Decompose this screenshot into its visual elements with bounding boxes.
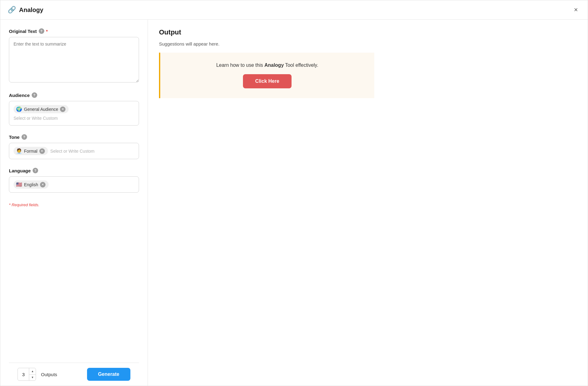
outputs-label: Outputs: [41, 372, 57, 377]
tone-label-text: Tone: [9, 135, 20, 140]
banner-text-2: Tool effectively.: [284, 62, 318, 68]
language-tag-text: English: [24, 182, 38, 187]
tone-help-icon[interactable]: ?: [22, 134, 27, 140]
outputs-value: 3: [18, 368, 29, 380]
tone-tag-remove[interactable]: ×: [39, 148, 45, 154]
language-tag-english: 🇺🇸 English ×: [14, 180, 49, 189]
original-text-input[interactable]: [9, 37, 139, 82]
tone-tag-formal: 🧑‍💼 Formal ×: [14, 147, 48, 155]
audience-placeholder[interactable]: Select or Write Custom: [14, 116, 134, 121]
audience-tag-input[interactable]: 🌍 General Audience × Select or Write Cus…: [9, 101, 139, 126]
language-label: Language ?: [9, 168, 139, 173]
close-button[interactable]: ×: [571, 5, 580, 15]
info-banner: Learn how to use this Analogy Tool effec…: [159, 53, 374, 98]
analogy-icon: 🔗: [8, 6, 16, 14]
banner-text-1: Learn how to use this: [216, 62, 264, 68]
stepper-arrows: ▲ ▼: [29, 368, 36, 380]
original-text-label-text: Original Text: [9, 29, 37, 34]
original-text-help-icon[interactable]: ?: [39, 28, 44, 34]
app-window: 🔗 Analogy × Original Text ? * Audience ?: [0, 0, 588, 386]
tone-section: Tone ? 🧑‍💼 Formal × Select or Write Cust…: [9, 134, 139, 159]
main-content: Original Text ? * Audience ? 🌍 General A: [0, 20, 588, 386]
language-help-icon[interactable]: ?: [33, 168, 38, 173]
audience-label-text: Audience: [9, 93, 30, 98]
tone-tag-text: Formal: [24, 149, 38, 154]
click-here-button[interactable]: Click Here: [243, 74, 292, 88]
original-text-required-star: *: [46, 29, 48, 34]
stepper-down-button[interactable]: ▼: [29, 375, 36, 381]
left-panel: Original Text ? * Audience ? 🌍 General A: [0, 20, 148, 386]
right-panel: Output Suggestions will appear here. Lea…: [148, 20, 588, 386]
stepper-up-button[interactable]: ▲: [29, 368, 36, 375]
audience-tag-remove[interactable]: ×: [60, 107, 66, 112]
audience-tag-emoji: 🌍: [16, 106, 22, 112]
required-note: * Required fields.: [9, 203, 139, 207]
info-banner-text: Learn how to use this Analogy Tool effec…: [216, 62, 318, 68]
language-tag-remove[interactable]: ×: [40, 182, 46, 187]
tone-tag-emoji: 🧑‍💼: [16, 148, 22, 154]
footer-bar: 3 ▲ ▼ Outputs Generate: [9, 363, 139, 386]
generate-button[interactable]: Generate: [87, 368, 130, 381]
audience-tag-text: General Audience: [24, 107, 58, 112]
output-title: Output: [159, 28, 577, 36]
language-section: Language ? 🇺🇸 English ×: [9, 168, 139, 193]
tone-label: Tone ?: [9, 134, 139, 140]
original-text-label: Original Text ? *: [9, 28, 139, 34]
tone-placeholder[interactable]: Select or Write Custom: [50, 149, 95, 154]
audience-section: Audience ? 🌍 General Audience × Select o…: [9, 92, 139, 126]
title-bar: 🔗 Analogy ×: [0, 0, 588, 20]
audience-label: Audience ?: [9, 92, 139, 98]
suggestions-text: Suggestions will appear here.: [159, 41, 577, 46]
tone-tag-input[interactable]: 🧑‍💼 Formal × Select or Write Custom: [9, 143, 139, 159]
outputs-stepper[interactable]: 3 ▲ ▼: [18, 368, 36, 381]
language-label-text: Language: [9, 168, 31, 173]
banner-bold: Analogy: [264, 62, 284, 68]
app-title: Analogy: [19, 6, 43, 14]
language-tag-emoji: 🇺🇸: [16, 182, 22, 187]
language-tag-input[interactable]: 🇺🇸 English ×: [9, 176, 139, 193]
original-text-section: Original Text ? *: [9, 28, 139, 84]
title-left: 🔗 Analogy: [8, 6, 43, 14]
audience-tag-general: 🌍 General Audience ×: [14, 105, 69, 113]
audience-help-icon[interactable]: ?: [32, 92, 37, 98]
